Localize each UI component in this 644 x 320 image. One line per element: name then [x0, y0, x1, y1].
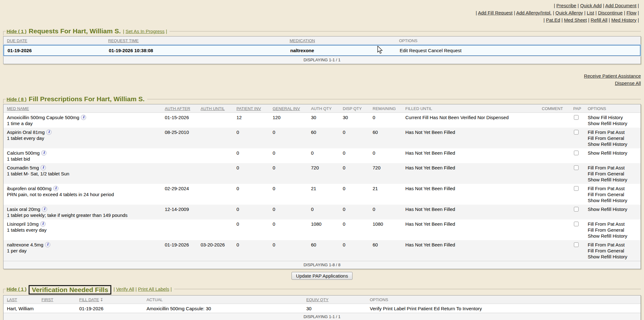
drug-info-icon[interactable]: i	[53, 186, 58, 191]
fill-action-fill-from-general[interactable]: Fill From General	[588, 171, 639, 177]
fill-prescription-row: Calcium 500mgi1 tablet bid00000Has Not Y…	[3, 148, 641, 163]
fill-action-show-fill-history[interactable]: Show Fill History	[588, 114, 639, 120]
toolbar-link-pat-ed[interactable]: Pat.Ed	[546, 17, 560, 23]
drug-info-icon[interactable]: i	[46, 130, 52, 135]
pap-checkbox[interactable]	[574, 130, 579, 135]
toolbar-link-prescribe[interactable]: Prescribe	[556, 3, 576, 8]
general-inv: 0	[273, 148, 311, 163]
update-pap-applications-button[interactable]: Update PAP Applications	[291, 272, 352, 280]
pap-checkbox[interactable]	[574, 222, 579, 226]
pap-checkbox[interactable]	[574, 207, 579, 212]
toolbar-link-add-allergy-intol[interactable]: Add Allergy/Intol.	[516, 10, 552, 15]
toolbar-link-med-sheet[interactable]: Med Sheet	[564, 17, 587, 23]
column-header-auth-after[interactable]: AUTH AFTER	[165, 104, 201, 113]
drug-info-icon[interactable]: i	[41, 165, 46, 170]
drug-info-icon[interactable]: i	[81, 115, 86, 120]
toolbar-link-add-document[interactable]: Add Document	[605, 3, 636, 8]
fill-action-fill-from-pat-asst[interactable]: Fill From Pat Asst	[588, 185, 639, 191]
med-cell: ibuprofen oral 600mgiPRN pain, not to ex…	[3, 184, 165, 205]
verification-action-return-to-inventory[interactable]: Return To Inventory	[441, 306, 482, 311]
side-link-dispense-all[interactable]: Dispense All	[615, 80, 641, 87]
drug-info-icon[interactable]: i	[41, 150, 47, 156]
fill-action-fill-from-general[interactable]: Fill From General	[588, 135, 639, 141]
fill-action-fill-from-general[interactable]: Fill From General	[588, 191, 639, 197]
requests-hide-toggle[interactable]: Hide ( 1 )	[7, 29, 26, 34]
request-row[interactable]: 01-19-202601-19-2026 10:38:08naltrexoneE…	[3, 45, 641, 56]
disp-qty: 0	[343, 128, 373, 148]
fill-action-fill-from-pat-asst[interactable]: Fill From Pat Asst	[588, 165, 639, 171]
toolbar-link-refill-all[interactable]: Refill All	[591, 17, 607, 23]
toolbar-link-discontinue[interactable]: Discontinue	[598, 10, 623, 15]
pap-checkbox[interactable]	[574, 186, 579, 191]
fill-action-show-refill-history[interactable]: Show Refill History	[588, 254, 639, 260]
toolbar-link-add-fill-request[interactable]: Add Fill Request	[478, 10, 513, 15]
column-header-due-date[interactable]: DUE DATE	[3, 36, 108, 45]
auth-until	[201, 205, 236, 219]
fill-action-show-refill-history[interactable]: Show Refill History	[588, 197, 639, 203]
fill-section-title: Fill Prescriptions For Hart, William S.	[29, 95, 145, 103]
column-header-fill-date[interactable]: FILL DATE↧	[79, 295, 147, 304]
column-header-med-name[interactable]: MED NAME	[3, 104, 165, 113]
column-header-equiv-qty[interactable]: EQUIV QTY	[306, 295, 370, 304]
med-name-line: naltrexone 4.5mgi	[7, 242, 164, 248]
auth-qty: 720	[311, 163, 343, 184]
column-header-request-time[interactable]: REQUEST TIME	[108, 36, 290, 45]
request-action-cancel-request[interactable]: Cancel Request	[428, 48, 462, 53]
fill-action-fill-from-general[interactable]: Fill From General	[588, 248, 639, 254]
fill-action-fill-from-pat-asst[interactable]: Fill From Pat Asst	[588, 221, 639, 227]
section-action-verify-all[interactable]: Verify All	[116, 286, 134, 292]
fill-prescription-row: naltrexone 4.5mgi1 per day01-19-202603-2…	[3, 240, 641, 261]
fill-action-show-refill-history[interactable]: Show Refill History	[588, 206, 639, 212]
side-links: Receive Patient AssistanceDispense All	[3, 72, 641, 87]
toolbar-link-med-history[interactable]: Med History	[611, 17, 636, 23]
column-header-last[interactable]: LAST	[3, 295, 42, 304]
request-medication: naltrexone	[290, 46, 400, 55]
section-action-set-as-in-progress[interactable]: Set As In Progress	[125, 29, 164, 34]
verification-action-verify[interactable]: Verify	[370, 306, 382, 311]
toolbar-link-list[interactable]: List	[587, 10, 594, 15]
med-name-line: Calcium 500mgi	[7, 150, 164, 156]
toolbar-link-quick-add[interactable]: Quick Add	[580, 3, 602, 8]
column-header-general-inv[interactable]: GENERAL INV	[273, 104, 311, 113]
side-link-receive-patient-assistance[interactable]: Receive Patient Assistance	[584, 72, 641, 80]
pap-checkbox[interactable]	[574, 151, 579, 155]
fill-action-fill-from-general[interactable]: Fill From General	[588, 227, 639, 233]
fill-action-show-refill-history[interactable]: Show Refill History	[588, 120, 639, 126]
pap-checkbox[interactable]	[574, 242, 579, 247]
med-name-line: Lasix oral 20mgi	[7, 206, 164, 212]
fill-action-show-refill-history[interactable]: Show Refill History	[588, 141, 639, 147]
fill-action-show-refill-history[interactable]: Show Refill History	[588, 150, 639, 156]
filled-until: Has Not Yet Been Filled	[405, 128, 542, 148]
pap-checkbox[interactable]	[574, 165, 579, 170]
fill-prescription-row: Lisinopril 10mgi1 tablets every day00108…	[3, 219, 641, 240]
fill-action-show-refill-history[interactable]: Show Refill History	[588, 233, 639, 239]
patient-inv: 0	[236, 219, 273, 240]
requests-table-header-row: DUE DATEREQUEST TIMEMEDICATIONOPTIONS	[3, 36, 641, 45]
fill-hide-toggle[interactable]: Hide ( 8 )	[7, 97, 26, 102]
pap-checkbox[interactable]	[574, 115, 579, 120]
fill-prescription-row: Coumadin 5mgi1 tablet M- Sat, 1/2 tablet…	[3, 163, 641, 184]
requests-section-actions: | Set As In Progress |	[123, 29, 167, 34]
drug-info-icon[interactable]: i	[40, 221, 46, 227]
request-due-date: 01-19-2026	[4, 46, 109, 55]
requests-table-body: 01-19-202601-19-2026 10:38:08naltrexoneE…	[3, 45, 641, 56]
verification-action-print-label[interactable]: Print Label	[383, 306, 406, 311]
auth-qty: 0	[311, 148, 343, 163]
equiv-qty: 30	[306, 304, 370, 313]
column-header-auth-until[interactable]: AUTH UNTIL	[201, 104, 236, 113]
fill-action-fill-from-pat-asst[interactable]: Fill From Pat Asst	[588, 129, 639, 135]
request-action-edit-request[interactable]: Edit Request	[400, 48, 427, 53]
section-action-print-all-labels[interactable]: Print All Labels	[138, 286, 169, 292]
column-header-patient-inv[interactable]: PATIENT INV	[236, 104, 273, 113]
toolbar-link-flow[interactable]: Flow	[626, 10, 636, 15]
column-header-first[interactable]: FIRST	[42, 295, 79, 304]
verification-hide-toggle[interactable]: Hide ( 1 )	[7, 286, 26, 292]
drug-info-icon[interactable]: i	[45, 242, 50, 247]
fill-action-show-refill-history[interactable]: Show Refill History	[588, 177, 639, 183]
auth-after	[165, 219, 201, 240]
fill-action-fill-from-pat-asst[interactable]: Fill From Pat Asst	[588, 242, 639, 248]
toolbar-link-quick-allergy[interactable]: Quick Allergy	[555, 10, 583, 15]
column-header-medication[interactable]: MEDICATION	[290, 36, 399, 45]
drug-info-icon[interactable]: i	[42, 207, 47, 212]
verification-action-print-patient-ed[interactable]: Print Patient Ed	[407, 306, 440, 311]
